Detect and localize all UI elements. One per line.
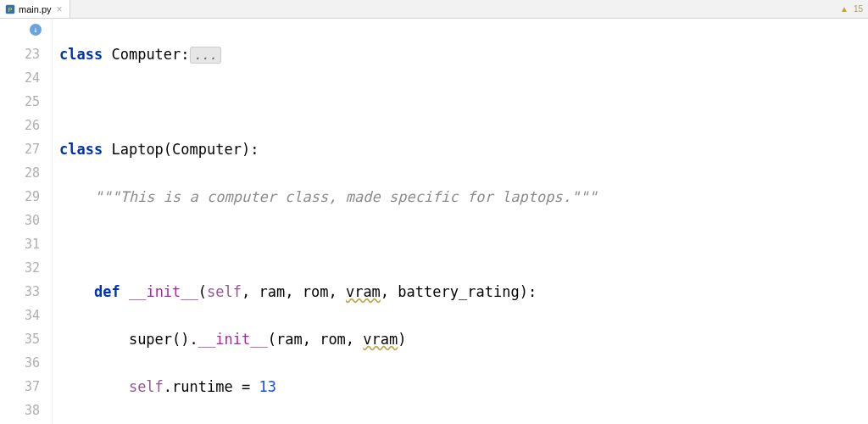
code-line[interactable]: class Laptop(Computer): <box>59 137 868 161</box>
line-number: 25 <box>0 90 40 114</box>
warning-icon[interactable]: ▲ <box>840 4 849 14</box>
line-number: 30 <box>0 209 40 232</box>
code-line[interactable]: super().__init__(ram, rom, vram) <box>59 327 868 351</box>
line-number: 34 <box>0 304 40 327</box>
file-tab-label: main.py <box>19 4 52 14</box>
folded-region[interactable]: ... <box>190 47 221 64</box>
tab-bar: P main.py × ▲ 15 <box>0 0 868 19</box>
line-number: 33 <box>0 280 40 304</box>
code-editor[interactable]: 1 ↓ 23 24 25 26 27 28 29 30 31 32 33 34 … <box>0 19 868 424</box>
line-number: 36 <box>0 351 40 375</box>
line-number: 38 <box>0 399 40 422</box>
file-tab[interactable]: P main.py × <box>0 0 70 18</box>
line-number: 23 <box>0 42 40 66</box>
svg-text:P: P <box>8 6 12 14</box>
line-number: 31 <box>0 232 40 256</box>
line-number: 28 <box>0 161 40 185</box>
line-number: 26 <box>0 114 40 137</box>
code-line[interactable]: """This is a computer class, made specif… <box>59 185 868 209</box>
code-line[interactable]: class Computer:... <box>59 42 868 66</box>
warning-count: 15 <box>854 4 863 14</box>
code-line[interactable] <box>59 90 868 114</box>
line-number: 24 <box>0 66 40 90</box>
fold-collapsed-icon[interactable]: ↓ <box>30 24 42 36</box>
close-tab-icon[interactable]: × <box>57 3 63 15</box>
code-area[interactable]: class Computer:... class Laptop(Computer… <box>53 19 868 424</box>
line-number-gutter: 1 ↓ 23 24 25 26 27 28 29 30 31 32 33 34 … <box>0 19 53 424</box>
line-number: 32 <box>0 256 40 280</box>
code-line[interactable]: self.runtime = 13 <box>59 375 868 399</box>
line-number: 37 <box>0 375 40 399</box>
code-line[interactable]: def __init__(self, ram, rom, vram, batte… <box>59 280 868 304</box>
line-number: 35 <box>0 327 40 351</box>
line-number: 29 <box>0 185 40 209</box>
line-number: 27 <box>0 137 40 161</box>
line-number: 1 ↓ <box>0 19 40 42</box>
python-file-icon: P <box>5 4 15 14</box>
code-line[interactable] <box>59 232 868 256</box>
